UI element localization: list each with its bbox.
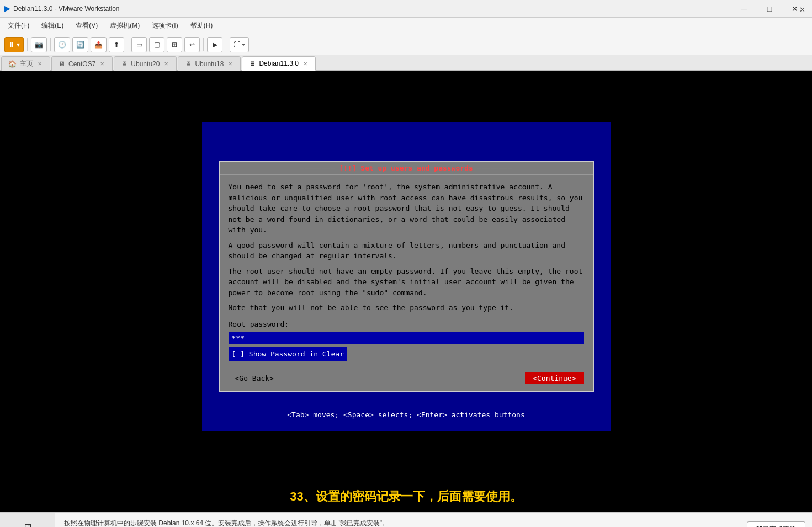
upload-button[interactable]: ⬆	[109, 37, 124, 52]
menu-edit[interactable]: 编辑(E)	[36, 19, 69, 33]
tab-ubuntu18[interactable]: 🖥 Ubuntu18 ✕	[178, 56, 241, 71]
minimize-button[interactable]: ─	[731, 0, 757, 18]
vm-screen-icon: 🖥	[22, 522, 33, 528]
tab-ubuntu18-close[interactable]: ✕	[227, 60, 233, 67]
stretch-button[interactable]: ⊞	[167, 37, 182, 52]
center-info: 按照在物理计算机中的步骤安装 Debian 10.x 64 位。安装完成后，操作…	[55, 513, 740, 527]
bottom-panel: 🖥 单击虚拟屏幕 可发送按键 按照在物理计算机中的步骤安装 Debian 10.…	[0, 512, 812, 527]
pause-button[interactable]: ⏸ ▾	[4, 37, 24, 52]
show-password-label: [ ] Show Password in Clear	[232, 350, 344, 358]
menu-help[interactable]: 帮助(H)	[185, 19, 219, 33]
body-text-3: The root user should not have an empty p…	[229, 266, 584, 299]
tab-debian-label: Debian11.3.0	[259, 60, 298, 67]
tab-home-label: 主页	[20, 59, 33, 68]
toolbar: ⏸ ▾ 📷 🕐 🔄 📤 ⬆ ▭ ▢ ⊞ ↩ ▶ ⛶ ▾	[0, 34, 812, 55]
dialog-title-bar: ──────── [!!] Set up users and passwords…	[220, 162, 593, 175]
tab-centos7-label: CentOS7	[68, 60, 95, 68]
vm-display[interactable]: ──────── [!!] Set up users and passwords…	[202, 122, 611, 431]
console-button[interactable]: ▶	[207, 37, 222, 52]
tab-debian[interactable]: 🖥 Debian11.3.0 ✕	[242, 56, 315, 71]
tab-bar: 🏠 主页 ✕ 🖥 CentOS7 ✕ 🖥 Ubuntu20 ✕ 🖥 Ubuntu…	[0, 55, 812, 71]
revert-button[interactable]: 🔄	[72, 37, 88, 52]
password-label: Root password:	[229, 319, 584, 330]
debian-icon: 🖥	[249, 60, 256, 67]
installer-dialog: ──────── [!!] Set up users and passwords…	[219, 161, 594, 392]
tab-home-close[interactable]: ✕	[36, 60, 43, 67]
panel-close-icon[interactable]: ✕	[799, 6, 805, 14]
toolbar-separator-3	[128, 38, 128, 51]
tab-ubuntu20-close[interactable]: ✕	[163, 60, 169, 67]
screenshot-button[interactable]: 📷	[31, 37, 47, 52]
dialog-buttons: <Go Back> <Continue>	[220, 368, 593, 391]
toolbar-separator-5	[226, 38, 226, 51]
menu-file[interactable]: 文件(F)	[2, 19, 35, 33]
menu-view[interactable]: 查看(V)	[70, 19, 103, 33]
pause-icon: ⏸	[8, 41, 15, 49]
continue-button[interactable]: <Continue>	[525, 372, 583, 384]
toolbar-separator-4	[203, 38, 204, 51]
password-input[interactable]: ***	[229, 332, 584, 344]
show-password-checkbox[interactable]: [ ] Show Password in Clear	[229, 347, 348, 361]
pause-dropdown-icon: ▾	[17, 41, 20, 49]
go-back-button[interactable]: <Go Back>	[229, 372, 280, 384]
right-buttons: 我已完成安装 帮助	[740, 513, 812, 527]
keyboard-hint-text: <Tab> moves; <Space> selects; <Enter> ac…	[287, 411, 524, 419]
tab-home[interactable]: 🏠 主页 ✕	[1, 56, 50, 71]
window-title: Debian11.3.0 - VMware Workstation	[13, 5, 120, 13]
view-single-button[interactable]: ▢	[149, 37, 164, 52]
tab-ubuntu18-label: Ubuntu18	[195, 60, 224, 68]
dialog-body: You need to set a password for 'root', t…	[220, 175, 593, 368]
instruction-text: 33、设置的密码记录一下，后面需要使用。	[290, 488, 522, 505]
toolbar-separator-1	[27, 38, 28, 51]
view-normal-button[interactable]: ▭	[131, 37, 147, 52]
fullscreen-button[interactable]: ⛶ ▾	[230, 37, 249, 52]
instruction-bar: 33、设置的密码记录一下，后面需要使用。	[0, 482, 812, 512]
tab-ubuntu20-label: Ubuntu20	[131, 60, 160, 68]
complete-install-button[interactable]: 我已完成安装	[747, 521, 805, 527]
password-value: ***	[232, 333, 245, 344]
menu-vm[interactable]: 虚拟机(M)	[104, 19, 145, 33]
tab-ubuntu20[interactable]: 🖥 Ubuntu20 ✕	[114, 56, 177, 71]
maximize-button[interactable]: □	[757, 0, 782, 18]
title-left-decoration: ────────	[300, 164, 335, 172]
tab-centos7[interactable]: 🖥 CentOS7 ✕	[51, 56, 113, 71]
title-right-decoration: ────────	[477, 164, 512, 172]
tab-debian-close[interactable]: ✕	[302, 60, 309, 67]
body-text-2: A good password will contain a mixture o…	[229, 240, 584, 262]
main-area: ──────── [!!] Set up users and passwords…	[0, 71, 812, 482]
title-bar: ▶ Debian11.3.0 - VMware Workstation ─ □ …	[0, 0, 812, 18]
keyboard-hint-panel: 🖥 单击虚拟屏幕 可发送按键	[0, 513, 55, 527]
menu-tabs[interactable]: 选项卡(I)	[146, 19, 183, 33]
menu-bar: 文件(F) 编辑(E) 查看(V) 虚拟机(M) 选项卡(I) 帮助(H)	[0, 18, 812, 34]
dialog-title-text: [!!] Set up users and passwords	[339, 164, 473, 172]
home-icon: 🏠	[8, 60, 17, 68]
snapshot-button[interactable]: 🕐	[54, 37, 70, 52]
ubuntu18-icon: 🖥	[185, 60, 192, 68]
info-text: 按照在物理计算机中的步骤安装 Debian 10.x 64 位。安装完成后，操作…	[64, 519, 389, 527]
toolbar-separator-2	[50, 38, 51, 51]
full-cycle-button[interactable]: ↩	[184, 37, 200, 52]
keyboard-hint: <Tab> moves; <Space> selects; <Enter> ac…	[202, 407, 611, 422]
ubuntu20-icon: 🖥	[121, 60, 128, 68]
send-button[interactable]: 📤	[91, 37, 107, 52]
vm-screen[interactable]: ──────── [!!] Set up users and passwords…	[0, 71, 812, 482]
tab-centos7-close[interactable]: ✕	[99, 60, 105, 67]
centos7-icon: 🖥	[59, 60, 65, 68]
body-text-4: Note that you will not be able to see th…	[229, 302, 584, 313]
app-icon: ▶	[4, 4, 10, 13]
body-text-1: You need to set a password for 'root', t…	[229, 182, 584, 236]
